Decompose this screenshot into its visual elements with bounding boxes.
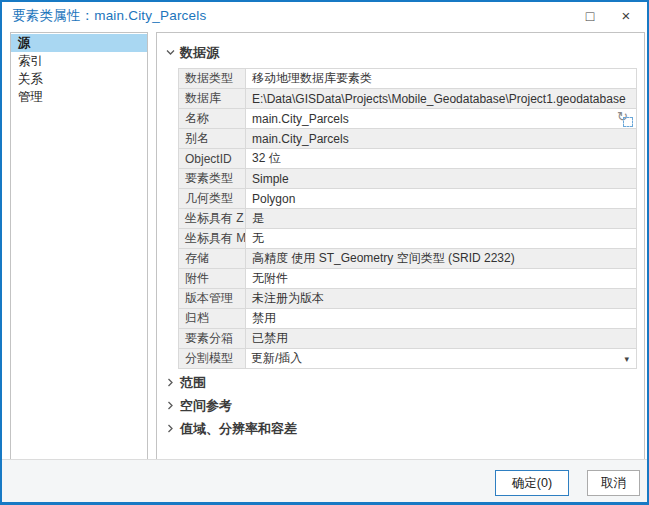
chevron-right-icon xyxy=(166,424,175,433)
property-value: main.City_Parcels ↻ xyxy=(246,109,637,129)
property-label: 几何类型 xyxy=(179,189,246,209)
property-label: 坐标具有 Z 值 xyxy=(179,209,246,229)
source-properties-table: 数据类型 移动地理数据库要素类 数据库 E:\Data\GISData\Proj… xyxy=(178,68,637,369)
table-row: 数据库 E:\Data\GISData\Projects\Mobile_Geod… xyxy=(179,89,637,109)
name-value: main.City_Parcels xyxy=(252,112,349,126)
table-row: 坐标具有 M 值 无 xyxy=(179,229,637,249)
property-value: 禁用 xyxy=(246,309,637,329)
table-row: 归档 禁用 xyxy=(179,309,637,329)
feature-class-properties-dialog: 要素类属性：main.City_Parcels □ × 源 索引 关系 管理 数… xyxy=(0,0,649,505)
property-value: Polygon xyxy=(246,189,637,209)
table-row: 要素分箱 已禁用 xyxy=(179,329,637,349)
section-data-source[interactable]: 数据源 xyxy=(166,43,635,62)
property-label: 数据库 xyxy=(179,89,246,109)
sidebar-item-indexes[interactable]: 索引 xyxy=(11,52,147,70)
property-value: 无 xyxy=(246,229,637,249)
table-row: 分割模型 更新/插入 ▾ xyxy=(179,349,637,369)
sidebar-item-manage[interactable]: 管理 xyxy=(11,88,147,106)
property-value: 32 位 xyxy=(246,149,637,169)
table-row: 存储 高精度 使用 ST_Geometry 空间类型 (SRID 2232) xyxy=(179,249,637,269)
property-value: 更新/插入 ▾ xyxy=(246,349,637,369)
table-row: ObjectID 32 位 xyxy=(179,149,637,169)
dialog-title: 要素类属性：main.City_Parcels xyxy=(12,7,206,25)
sidebar: 源 索引 关系 管理 xyxy=(10,32,148,461)
table-row: 别名 main.City_Parcels xyxy=(179,129,637,149)
property-label: 坐标具有 M 值 xyxy=(179,229,246,249)
split-model-value: 更新/插入 xyxy=(251,350,624,367)
property-label: 存储 xyxy=(179,249,246,269)
property-label: 别名 xyxy=(179,129,246,149)
property-value: main.City_Parcels xyxy=(246,129,637,149)
table-row: 数据类型 移动地理数据库要素类 xyxy=(179,69,637,89)
close-icon[interactable]: × xyxy=(611,4,641,28)
table-row: 要素类型 Simple xyxy=(179,169,637,189)
property-value: 已禁用 xyxy=(246,329,637,349)
section-label: 值域、分辨率和容差 xyxy=(180,420,297,438)
property-label: 版本管理 xyxy=(179,289,246,309)
sidebar-item-source[interactable]: 源 xyxy=(11,34,147,52)
ok-button[interactable]: 确定(0) xyxy=(495,470,569,496)
section-label: 空间参考 xyxy=(180,397,232,415)
property-value: E:\Data\GISData\Projects\Mobile_Geodatab… xyxy=(246,89,637,109)
property-value: 移动地理数据库要素类 xyxy=(246,69,637,89)
table-row: 坐标具有 Z 值 是 xyxy=(179,209,637,229)
property-value: 高精度 使用 ST_Geometry 空间类型 (SRID 2232) xyxy=(246,249,637,269)
sidebar-item-relationships[interactable]: 关系 xyxy=(11,70,147,88)
property-label: 归档 xyxy=(179,309,246,329)
property-label: 要素分箱 xyxy=(179,329,246,349)
property-value: 无附件 xyxy=(246,269,637,289)
table-row: 几何类型 Polygon xyxy=(179,189,637,209)
property-label: 要素类型 xyxy=(179,169,246,189)
section-label: 数据源 xyxy=(180,44,219,62)
property-value: Simple xyxy=(246,169,637,189)
table-row: 版本管理 未注册为版本 xyxy=(179,289,637,309)
content-panel: 数据源 数据类型 移动地理数据库要素类 数据库 E:\Data\GISData\… xyxy=(156,32,645,461)
property-label: 数据类型 xyxy=(179,69,246,89)
chevron-down-icon: ▾ xyxy=(624,354,631,364)
property-label: 名称 xyxy=(179,109,246,129)
cancel-button[interactable]: 取消 xyxy=(587,470,640,496)
split-model-combobox[interactable]: 更新/插入 ▾ xyxy=(246,349,637,369)
chevron-right-icon xyxy=(166,401,175,410)
title-bar: 要素类属性：main.City_Parcels □ × xyxy=(2,2,647,30)
chevron-right-icon xyxy=(166,378,175,387)
section-label: 范围 xyxy=(180,374,206,392)
rename-button[interactable]: ↻ xyxy=(617,111,633,127)
table-row: 附件 无附件 xyxy=(179,269,637,289)
property-value: 是 xyxy=(246,209,637,229)
rename-selection-box xyxy=(623,117,633,127)
table-row: 名称 main.City_Parcels ↻ xyxy=(179,109,637,129)
footer: 确定(0) 取消 xyxy=(2,459,647,502)
property-value: 未注册为版本 xyxy=(246,289,637,309)
property-label: ObjectID xyxy=(179,149,246,169)
section-spatial-reference[interactable]: 空间参考 xyxy=(166,396,635,415)
section-extent[interactable]: 范围 xyxy=(166,373,635,392)
chevron-down-icon xyxy=(166,48,175,57)
section-domain-resolution-tolerance[interactable]: 值域、分辨率和容差 xyxy=(166,419,635,438)
property-label: 分割模型 xyxy=(179,349,246,369)
maximize-icon[interactable]: □ xyxy=(575,4,605,28)
property-label: 附件 xyxy=(179,269,246,289)
